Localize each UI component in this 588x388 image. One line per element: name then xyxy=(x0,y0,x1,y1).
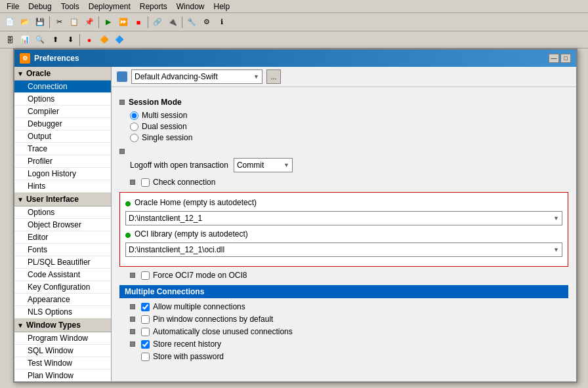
toolbar-save[interactable]: 💾 xyxy=(33,15,47,29)
tree-item-plsql-beautifier[interactable]: PL/SQL Beautifier xyxy=(14,256,111,269)
toolbar2-btn6[interactable]: ● xyxy=(82,33,96,47)
toolbar-connect[interactable]: 🔗 xyxy=(150,15,165,29)
tree-item-output[interactable]: Output xyxy=(14,130,111,143)
tree-cat-oracle[interactable]: ▼ Oracle xyxy=(14,67,111,81)
menu-debug[interactable]: Debug xyxy=(24,1,55,12)
tree-item-editor[interactable]: Editor xyxy=(14,231,111,244)
oracle-home-input-row: D:\instantclient_12_1 ▼ xyxy=(125,211,562,225)
toolbar-run[interactable]: ▶ xyxy=(101,15,116,29)
logoff-header xyxy=(119,149,568,154)
menu-window[interactable]: Window xyxy=(173,1,209,12)
menubar: File Debug Tools Deployment Reports Wind… xyxy=(0,0,588,13)
pin-window-checkbox[interactable] xyxy=(141,315,150,324)
store-history-checkbox[interactable] xyxy=(141,340,150,349)
toolbar-step[interactable]: ⏩ xyxy=(116,15,131,29)
toolbar-new[interactable]: 📄 xyxy=(3,15,17,29)
toolbar-extra2[interactable]: ⚙ xyxy=(200,15,214,29)
check-connection-row: Check connection xyxy=(119,178,568,187)
store-password-label: Store with password xyxy=(153,352,224,361)
oracle-home-arrow: ▼ xyxy=(553,215,559,222)
settings-item-1: Pin window connections by default xyxy=(130,315,568,324)
menu-help[interactable]: Help xyxy=(209,1,234,12)
toolbar-stop[interactable]: ■ xyxy=(131,15,146,29)
toolbar2-btn7[interactable]: 🔶 xyxy=(97,33,112,47)
toolbar2-btn3[interactable]: 🔍 xyxy=(33,33,47,47)
toolbar2-btn1[interactable]: 🗄 xyxy=(3,33,17,47)
tree-cat-oracle-arrow: ▼ xyxy=(17,70,24,77)
tree-item-appearance[interactable]: Appearance xyxy=(14,294,111,306)
toolbar-extra1[interactable]: 🔧 xyxy=(184,15,199,29)
toolbar-disconnect[interactable]: 🔌 xyxy=(165,15,180,29)
menu-deployment[interactable]: Deployment xyxy=(85,1,135,12)
oracle-home-dropdown[interactable]: D:\instantclient_12_1 ▼ xyxy=(125,211,562,225)
tree-item-compiler[interactable]: Compiler xyxy=(14,106,111,118)
toolbar-cut[interactable]: ✂ xyxy=(52,15,66,29)
profile-icon xyxy=(117,71,127,82)
toolbar-extra3[interactable]: ℹ xyxy=(215,15,229,29)
tree-item-test-window[interactable]: Test Window xyxy=(14,357,111,370)
radio-dual-session-label: Dual session xyxy=(142,122,187,131)
tree-cat-window-types-label: Window Types xyxy=(26,320,81,330)
profile-dropdown[interactable]: Default Advancing-Swift ▼ xyxy=(131,69,262,84)
menu-reports[interactable]: Reports xyxy=(136,1,171,12)
radio-dual-session[interactable]: Dual session xyxy=(130,122,568,131)
settings-item-3: Store recent history xyxy=(130,340,568,349)
logoff-row: Logoff with open transaction Commit ▼ xyxy=(119,158,568,172)
tree-item-sql-window[interactable]: SQL Window xyxy=(14,345,111,357)
radio-single-session[interactable]: Single session xyxy=(130,133,568,142)
tree-item-ui-options[interactable]: Options xyxy=(14,206,111,219)
logoff-dropdown[interactable]: Commit ▼ xyxy=(234,158,293,172)
tree-item-trace[interactable]: Trace xyxy=(14,143,111,155)
oci-library-label: OCI library (empty is autodetect) xyxy=(135,229,248,239)
profile-bar: Default Advancing-Swift ▼ ... xyxy=(112,67,576,87)
radio-multi-session[interactable]: Multi session xyxy=(130,111,568,120)
tree-item-program-window[interactable]: Program Window xyxy=(14,332,111,345)
tree-cat-oracle-label: Oracle xyxy=(26,69,51,78)
tree-item-hints[interactable]: Hints xyxy=(14,180,111,193)
radio-multi-session-input[interactable] xyxy=(130,111,138,120)
toolbar-paste[interactable]: 📌 xyxy=(82,15,96,29)
toolbar2-btn4[interactable]: ⬆ xyxy=(48,33,62,47)
settings-icon-1 xyxy=(130,317,135,322)
tree-item-options[interactable]: Options xyxy=(14,93,111,106)
toolbar-open[interactable]: 📂 xyxy=(18,15,32,29)
tree-item-logon-history[interactable]: Logon History xyxy=(14,168,111,180)
menu-tools[interactable]: Tools xyxy=(57,1,83,12)
tree-item-profiler[interactable]: Profiler xyxy=(14,155,111,168)
radio-dual-session-input[interactable] xyxy=(130,123,138,131)
toolbar-copy[interactable]: 📋 xyxy=(67,15,81,29)
settings-icon-2 xyxy=(130,329,135,334)
oci-library-dropdown[interactable]: D:\instantclient_12_1\oci.dll ▼ xyxy=(125,242,562,257)
profile-dropdown-arrow: ▼ xyxy=(253,73,259,80)
toolbar-sep-3 xyxy=(148,16,148,28)
tree-cat-ui[interactable]: ▼ User Interface xyxy=(14,193,111,206)
allow-multi-checkbox[interactable] xyxy=(141,303,150,311)
pref-maximize-btn[interactable]: □ xyxy=(560,54,571,63)
oci-library-field: OCI library (empty is autodetect) D:\ins… xyxy=(125,229,562,257)
force-oci-checkbox[interactable] xyxy=(141,271,150,280)
settings-icon-3 xyxy=(130,341,135,347)
pref-minimize-btn[interactable]: — xyxy=(549,54,559,63)
tree-cat-window-types[interactable]: ▼ Window Types xyxy=(14,319,111,332)
force-oci-row: Force OCI7 mode on OCI8 xyxy=(119,271,568,280)
tree-item-plan-window[interactable]: Plan Window xyxy=(14,370,111,381)
tree-item-debugger[interactable]: Debugger xyxy=(14,118,111,130)
tree-item-nls-options[interactable]: NLS Options xyxy=(14,306,111,319)
oracle-home-indicator xyxy=(125,201,131,206)
check-connection-checkbox[interactable] xyxy=(141,178,150,187)
logoff-label: Logoff with open transaction xyxy=(130,161,228,170)
tree-item-key-config[interactable]: Key Configuration xyxy=(14,281,111,294)
toolbar2-btn2[interactable]: 📊 xyxy=(18,33,32,47)
tree-item-connection[interactable]: Connection xyxy=(14,81,111,93)
menu-file[interactable]: File xyxy=(3,1,23,12)
tree-item-object-browser[interactable]: Object Browser xyxy=(14,219,111,231)
toolbar2-btn8[interactable]: 🔷 xyxy=(112,33,127,47)
profile-more-btn[interactable]: ... xyxy=(266,69,281,84)
pref-content: ▼ Oracle Connection Options Compiler Deb… xyxy=(14,67,576,381)
tree-item-fonts[interactable]: Fonts xyxy=(14,244,111,256)
tree-item-code-assistant[interactable]: Code Assistant xyxy=(14,269,111,281)
store-password-checkbox[interactable] xyxy=(141,353,150,361)
toolbar2-btn5[interactable]: ⬇ xyxy=(63,33,77,47)
radio-single-session-input[interactable] xyxy=(130,134,138,142)
auto-close-checkbox[interactable] xyxy=(141,328,150,336)
